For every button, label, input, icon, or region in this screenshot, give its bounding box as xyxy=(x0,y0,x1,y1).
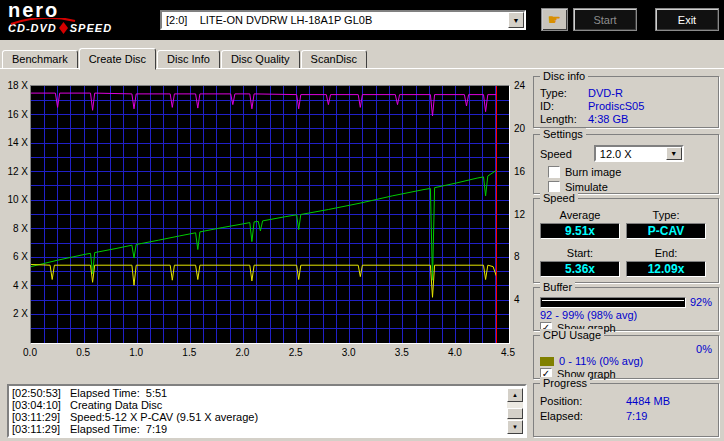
speed-select[interactable]: 12.0 X ▼ xyxy=(594,145,684,162)
hand-icon: ☛ xyxy=(548,11,561,29)
axis-tick-label: 8 X xyxy=(13,223,28,234)
disc-length-value: 4:38 GB xyxy=(588,113,628,125)
scrollbar[interactable]: ▲ ▼ xyxy=(507,388,523,434)
progress-group: Progress Position: 4484 MB Elapsed: 7:19 xyxy=(533,383,719,437)
tab-disc-quality[interactable]: Disc Quality xyxy=(221,50,300,69)
logo-swoosh-icon xyxy=(10,18,76,26)
disc-info-group: Disc info Type:DVD-R ID:ProdiscS05 Lengt… xyxy=(533,76,719,128)
chevron-down-icon[interactable]: ▼ xyxy=(666,147,682,160)
hand-tool-button[interactable]: ☛ xyxy=(541,8,568,31)
axis-tick-label: 4 xyxy=(514,294,520,305)
elapsed-label: Elapsed: xyxy=(540,410,590,422)
disc-type-value: DVD-R xyxy=(588,87,623,99)
axis-tick-label: 2 X xyxy=(13,308,28,319)
log-entry[interactable]: [02:50:53] Elapsed Time: 5:51 xyxy=(12,387,505,399)
group-title: CPU Usage xyxy=(540,329,604,342)
speed-chart xyxy=(30,85,510,344)
axis-tick-label: 20 xyxy=(514,123,525,134)
end-label: End: xyxy=(626,247,706,259)
group-title: Speed xyxy=(540,192,578,205)
axis-tick-label: 6 X xyxy=(13,251,28,262)
start-label: Start: xyxy=(540,247,620,259)
average-speed-value: 9.51x xyxy=(540,223,620,239)
speed-select-value: 12.0 X xyxy=(596,148,666,160)
average-label: Average xyxy=(540,209,620,221)
log-text: Elapsed Time: 5:51 xyxy=(70,387,167,399)
axis-tick-label: 3.0 xyxy=(342,347,356,358)
axis-tick-label: 1.0 xyxy=(129,347,143,358)
speed-group: Speed Average 9.51x Type: P-CAV Start: 5… xyxy=(533,198,719,283)
scrollbar-thumb[interactable] xyxy=(507,408,523,419)
log-entry[interactable]: [03:11:29] Elapsed Time: 7:19 xyxy=(12,423,505,435)
axis-tick-label: 8 xyxy=(514,251,520,262)
tab-disc-info[interactable]: Disc Info xyxy=(157,50,220,69)
axis-tick-label: 16 xyxy=(514,166,525,177)
cpu-range: 0 - 11% (0% avg) xyxy=(559,355,643,367)
product-name-right: SPEED xyxy=(70,22,112,34)
buffer-level-line xyxy=(542,300,684,301)
axis-tick-label: 4.5 xyxy=(501,347,515,358)
log-entry[interactable]: [03:04:10] Creating Data Disc xyxy=(12,399,505,411)
exit-button[interactable]: Exit xyxy=(655,8,719,31)
settings-group: Settings Speed 12.0 X ▼ Burn image Simul… xyxy=(533,134,719,194)
buffer-graph xyxy=(540,297,686,308)
chart-canvas xyxy=(31,86,509,343)
log-entry[interactable]: [03:11:29] Speed:5-12 X P-CAV (9.51 X av… xyxy=(12,411,505,423)
top-bar: nero CD-DVD SPEED [2:0] LITE-ON DVDRW LH… xyxy=(0,0,724,40)
chevron-down-icon[interactable]: ▼ xyxy=(508,12,524,28)
speed-type-value: P-CAV xyxy=(626,223,706,239)
axis-tick-label: 0.5 xyxy=(76,347,90,358)
log-text: Creating Data Disc xyxy=(70,399,162,411)
axis-tick-label: 16 X xyxy=(7,109,28,120)
tab-scandisc[interactable]: ScanDisc xyxy=(301,50,367,69)
axis-tick-label: 2.0 xyxy=(235,347,249,358)
log-timestamp: [02:50:53] xyxy=(12,387,70,399)
log-timestamp: [03:04:10] xyxy=(12,399,70,411)
axis-tick-label: 1.5 xyxy=(182,347,196,358)
position-value: 4484 MB xyxy=(626,395,670,407)
field-label: Length: xyxy=(540,113,588,125)
log-timestamp: [03:11:29] xyxy=(12,411,70,423)
drive-select-value: [2:0] LITE-ON DVDRW LH-18A1P GL0B xyxy=(162,14,508,26)
scroll-up-button[interactable]: ▲ xyxy=(507,388,523,402)
axis-tick-label: 0.0 xyxy=(23,347,37,358)
drive-select[interactable]: [2:0] LITE-ON DVDRW LH-18A1P GL0B ▼ xyxy=(160,10,526,30)
log-text: Elapsed Time: 7:19 xyxy=(70,423,167,435)
burn-image-label: Burn image xyxy=(565,166,621,178)
tab-bar: Benchmark Create Disc Disc Info Disc Qua… xyxy=(2,47,368,69)
axis-tick-label: 12 xyxy=(514,209,525,220)
log-timestamp: [03:11:29] xyxy=(12,423,70,435)
cpu-usage-group: CPU Usage 0% 0 - 11% (0% avg) ✓ Show gra… xyxy=(533,335,719,379)
field-label: ID: xyxy=(540,100,588,112)
group-title: Settings xyxy=(540,128,586,141)
tab-create-disc[interactable]: Create Disc xyxy=(79,48,156,70)
speed-label: Speed xyxy=(540,148,572,160)
cpu-color-swatch xyxy=(540,357,554,366)
group-title: Disc info xyxy=(540,70,588,83)
y-axis-left-labels: 18 X16 X14 X12 X10 X8 X6 X4 X2 X xyxy=(2,85,28,342)
axis-tick-label: 12 X xyxy=(7,166,28,177)
axis-tick-label: 14 X xyxy=(7,137,28,148)
start-button[interactable]: Start xyxy=(573,8,637,31)
axis-tick-label: 10 X xyxy=(7,194,28,205)
axis-tick-label: 3.5 xyxy=(395,347,409,358)
end-speed-value: 12.09x xyxy=(626,261,706,277)
axis-tick-label: 24 xyxy=(514,80,525,91)
position-label: Position: xyxy=(540,395,590,407)
axis-tick-label: 18 X xyxy=(7,80,28,91)
burn-image-checkbox[interactable] xyxy=(548,166,560,178)
group-title: Progress xyxy=(540,377,590,390)
start-speed-value: 5.36x xyxy=(540,261,620,277)
buffer-percent: 92% xyxy=(690,296,712,308)
axis-tick-label: 2.5 xyxy=(289,347,303,358)
buffer-group: Buffer 92% 92 - 99% (98% avg) ✓ Show gra… xyxy=(533,287,719,331)
scroll-down-button[interactable]: ▼ xyxy=(507,420,523,434)
log-text: Speed:5-12 X P-CAV (9.51 X average) xyxy=(70,411,258,423)
disc-id-value: ProdiscS05 xyxy=(588,100,644,112)
tab-benchmark[interactable]: Benchmark xyxy=(2,50,78,69)
type-label: Type: xyxy=(626,209,706,221)
nero-logo: nero CD-DVD SPEED xyxy=(8,1,112,34)
group-title: Buffer xyxy=(540,281,575,294)
buffer-range: 92 - 99% (98% avg) xyxy=(540,309,637,321)
cpu-percent: 0% xyxy=(696,343,712,355)
